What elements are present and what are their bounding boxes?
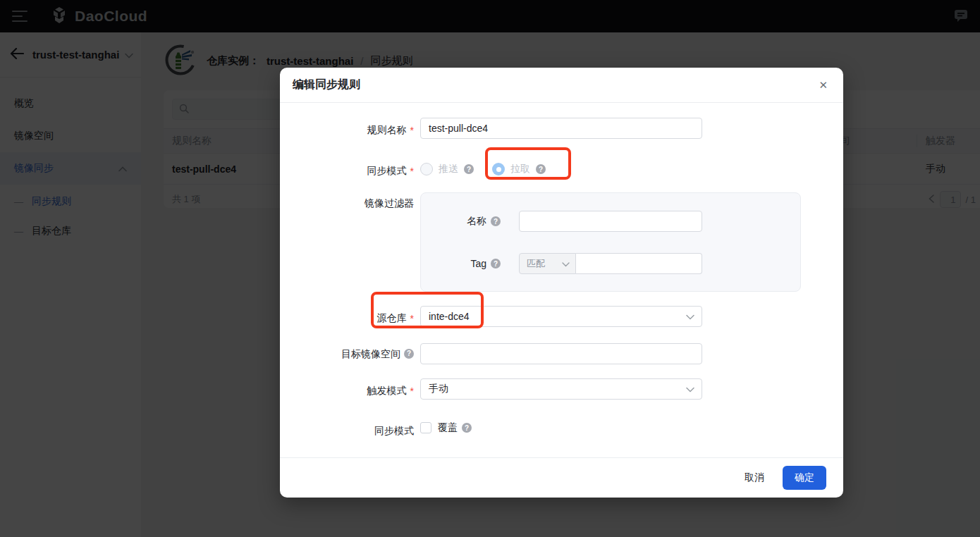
label-text: 同步模式 xyxy=(367,160,407,181)
label-text: 镜像过滤器 xyxy=(365,192,414,214)
field-source-registry: 源仓库 * inte-dce4 xyxy=(280,306,843,329)
label-text: 目标镜像空间 xyxy=(341,343,400,364)
filter-tag-row: Tag ? 匹配 xyxy=(421,253,800,274)
chevron-down-icon xyxy=(562,258,570,269)
required-asterisk: * xyxy=(410,161,414,182)
radio-push-label: 推送 xyxy=(439,163,458,175)
help-icon[interactable]: ? xyxy=(491,216,501,226)
field-label: 目标镜像空间 ? xyxy=(280,343,414,364)
help-icon[interactable]: ? xyxy=(536,164,546,174)
modal-body: 规则名称 * 同步模式 * 推送 ? xyxy=(280,103,843,441)
help-icon[interactable]: ? xyxy=(464,164,474,174)
required-asterisk: * xyxy=(410,120,414,141)
rule-name-input[interactable] xyxy=(420,118,702,139)
cancel-button[interactable]: 取消 xyxy=(733,466,776,490)
image-filter-panel: 名称 ? Tag ? xyxy=(420,192,801,292)
screen: DaoCloud trust-test-tanghai xyxy=(0,0,980,537)
chevron-down-icon xyxy=(686,383,694,395)
field-label: 触发模式 * xyxy=(280,378,414,402)
radio-on-icon[interactable] xyxy=(492,163,505,175)
field-target-namespace: 目标镜像空间 ? xyxy=(280,343,843,364)
select-value: 匹配 xyxy=(527,257,562,270)
help-icon[interactable]: ? xyxy=(462,423,472,433)
filter-name-label: 名称 ? xyxy=(421,215,501,228)
field-label: 源仓库 * xyxy=(280,306,414,329)
overwrite-label: 覆盖 xyxy=(438,421,458,434)
radio-pull-label: 拉取 xyxy=(510,163,530,175)
select-value: 手动 xyxy=(429,383,686,395)
label-text: 同步模式 xyxy=(374,420,414,441)
field-rule-name: 规则名称 * xyxy=(280,118,843,141)
radio-pull[interactable]: 拉取 ? xyxy=(492,159,546,180)
field-label: 同步模式 xyxy=(280,420,414,441)
help-icon[interactable]: ? xyxy=(491,259,501,268)
required-asterisk: * xyxy=(410,308,414,329)
overwrite-checkbox[interactable] xyxy=(420,422,431,433)
field-label: 镜像过滤器 xyxy=(280,192,414,214)
label-text: Tag xyxy=(470,258,486,269)
filter-name-row: 名称 ? xyxy=(421,211,800,232)
close-icon[interactable]: ✕ xyxy=(816,77,831,93)
filter-name-input[interactable] xyxy=(519,211,702,232)
field-sync-mode: 同步模式 * 推送 ? 拉取 ? xyxy=(280,159,843,182)
radio-off-icon[interactable] xyxy=(420,163,433,175)
label-text: 源仓库 xyxy=(377,307,407,328)
edit-sync-rule-modal: 编辑同步规则 ✕ 规则名称 * 同步模式 * xyxy=(280,68,843,498)
radio-push[interactable]: 推送 ? xyxy=(420,159,474,180)
filter-tag-input[interactable] xyxy=(576,253,702,274)
modal-title: 编辑同步规则 xyxy=(293,78,360,92)
field-label: 同步模式 * xyxy=(280,159,414,182)
filter-tag-label: Tag ? xyxy=(421,258,501,269)
required-asterisk: * xyxy=(410,381,414,402)
target-namespace-input[interactable] xyxy=(420,343,702,364)
trigger-mode-select[interactable]: 手动 xyxy=(420,378,702,400)
field-image-filter: 镜像过滤器 名称 ? xyxy=(280,192,843,292)
label-text: 规则名称 xyxy=(367,119,407,140)
source-registry-select[interactable]: inte-dce4 xyxy=(420,306,702,327)
chevron-down-icon xyxy=(686,311,694,322)
confirm-button[interactable]: 确定 xyxy=(783,466,826,490)
modal-header: 编辑同步规则 ✕ xyxy=(280,68,843,103)
help-icon[interactable]: ? xyxy=(404,349,414,359)
label-text: 名称 xyxy=(467,215,486,228)
tag-match-select[interactable]: 匹配 xyxy=(519,253,576,274)
field-trigger-mode: 触发模式 * 手动 xyxy=(280,378,843,402)
select-value: inte-dce4 xyxy=(429,311,686,322)
label-text: 触发模式 xyxy=(367,380,407,401)
field-label: 规则名称 * xyxy=(280,118,414,141)
modal-footer: 取消 确定 xyxy=(280,457,843,498)
field-sync-overwrite: 同步模式 覆盖 ? xyxy=(280,420,843,441)
